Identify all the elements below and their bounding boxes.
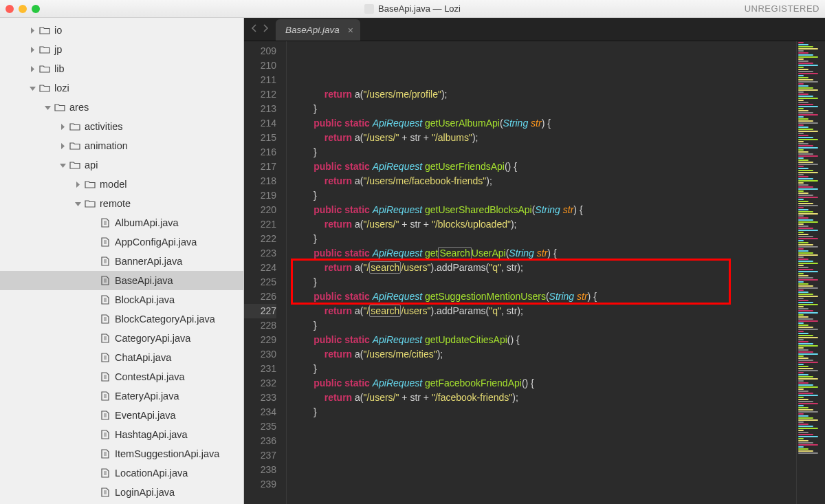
java-file-icon: [364, 4, 374, 14]
tree-item-label: jp: [54, 44, 62, 55]
disclosure-triangle-icon[interactable]: [29, 85, 36, 92]
window-minimize-button[interactable]: [19, 5, 27, 13]
code-line[interactable]: }: [292, 275, 796, 289]
tree-item-label: CategoryApi.java: [115, 333, 190, 344]
tree-file-loginapi-java[interactable]: LoginApi.java: [0, 483, 243, 502]
code-line[interactable]: }: [292, 102, 796, 116]
tree-file-itemsuggestionapi-java[interactable]: ItemSuggestionApi.java: [0, 444, 243, 463]
code-line[interactable]: return a("/users/" + str + "/facebook-fr…: [292, 391, 796, 405]
code-line[interactable]: }: [292, 362, 796, 376]
tree-item-label: ares: [69, 102, 89, 113]
tree-file-eateryapi-java[interactable]: EateryApi.java: [0, 386, 243, 406]
nav-forward-icon[interactable]: [263, 23, 269, 35]
tree-file-eventapi-java[interactable]: EventApi.java: [0, 406, 243, 425]
code-line[interactable]: public static ApiRequest getSuggestionMe…: [292, 289, 796, 304]
tree-item-label: AppConfigApi.java: [115, 237, 197, 248]
tree-file-blockapi-java[interactable]: BlockApi.java: [0, 290, 243, 309]
line-number-gutter: 2092102112122132142152162172182192202212…: [244, 41, 287, 504]
disclosure-triangle-icon[interactable]: [74, 200, 82, 208]
tree-folder-model[interactable]: model: [0, 175, 243, 194]
code-line[interactable]: }: [292, 145, 796, 160]
tree-file-hashtagapi-java[interactable]: HashtagApi.java: [0, 425, 243, 444]
tree-item-label: LocationApi.java: [115, 468, 188, 479]
tree-item-label: BlockCategoryApi.java: [115, 314, 215, 325]
minimap[interactable]: [796, 41, 825, 504]
folder-icon: [85, 179, 96, 189]
tree-file-locationapi-java[interactable]: LocationApi.java: [0, 463, 243, 483]
tree-folder-activities[interactable]: activities: [0, 117, 243, 136]
disclosure-triangle-icon[interactable]: [74, 181, 82, 188]
tree-file-contestapi-java[interactable]: ContestApi.java: [0, 367, 243, 386]
folder-icon: [69, 122, 80, 131]
tree-folder-io[interactable]: io: [0, 21, 243, 40]
code-content[interactable]: return a("/users/me/profile"); } public …: [287, 41, 796, 504]
code-line[interactable]: }: [292, 188, 796, 203]
folder-icon: [39, 25, 50, 35]
disclosure-triangle-icon[interactable]: [29, 65, 36, 73]
tree-item-label: BannerApi.java: [115, 256, 182, 267]
tree-item-label: lib: [54, 63, 65, 74]
code-line[interactable]: }: [292, 232, 796, 246]
code-line[interactable]: return a("/users/me/profile");: [292, 87, 796, 102]
java-file-icon: [100, 391, 111, 401]
tree-item-label: activities: [85, 121, 123, 132]
code-line[interactable]: return a("/users/" + str + "/albums");: [292, 131, 796, 145]
java-file-icon: [100, 295, 111, 305]
tree-file-appconfigapi-java[interactable]: AppConfigApi.java: [0, 232, 243, 252]
code-editor[interactable]: 2092102112122132142152162172182192202212…: [244, 41, 825, 504]
code-line[interactable]: public static ApiRequest getUserFriendsA…: [292, 160, 796, 174]
code-line[interactable]: }: [292, 405, 796, 419]
tree-folder-remote[interactable]: remote: [0, 194, 243, 213]
titlebar: BaseApi.java — Lozi UNREGISTERED: [0, 0, 825, 18]
java-file-icon: [100, 430, 111, 439]
tree-item-label: lozi: [54, 83, 69, 94]
window-close-button[interactable]: [6, 5, 14, 13]
tab-baseapi[interactable]: BaseApi.java ×: [276, 19, 360, 41]
tree-file-baseapi-java[interactable]: BaseApi.java: [0, 271, 243, 290]
disclosure-triangle-icon[interactable]: [59, 162, 67, 169]
folder-icon: [69, 141, 80, 151]
disclosure-triangle-icon[interactable]: [29, 46, 36, 54]
code-line[interactable]: return a("/search/users").addParams("q",…: [292, 261, 796, 275]
tree-folder-lozi[interactable]: lozi: [0, 78, 243, 98]
tree-folder-animation[interactable]: animation: [0, 136, 243, 155]
code-line[interactable]: }: [292, 318, 796, 333]
code-line[interactable]: return a("/users/me/cities");: [292, 347, 796, 362]
java-file-icon: [100, 410, 111, 420]
tree-item-label: model: [100, 179, 127, 190]
nav-back-icon[interactable]: [251, 23, 257, 35]
tree-folder-api[interactable]: api: [0, 155, 243, 175]
window-maximize-button[interactable]: [32, 5, 40, 13]
tree-item-label: animation: [85, 140, 128, 151]
tree-file-bannerapi-java[interactable]: BannerApi.java: [0, 252, 243, 271]
disclosure-triangle-icon[interactable]: [59, 123, 67, 131]
tree-folder-lib[interactable]: lib: [0, 59, 243, 78]
tree-item-label: ItemSuggestionApi.java: [115, 448, 219, 459]
code-line[interactable]: return a("/users/me/facebook-friends");: [292, 174, 796, 188]
code-line[interactable]: public static ApiRequest getUserSharedBl…: [292, 203, 796, 217]
disclosure-triangle-icon[interactable]: [44, 104, 52, 111]
code-line[interactable]: public static ApiRequest getUpdateCities…: [292, 333, 796, 347]
code-line[interactable]: public static ApiRequest getSearchUserAp…: [292, 246, 796, 261]
code-line[interactable]: public static ApiRequest getFacebookFrie…: [292, 376, 796, 391]
tab-close-icon[interactable]: ×: [348, 25, 353, 36]
code-line[interactable]: return a("/search/users").addParams("q",…: [292, 304, 796, 318]
tree-file-categoryapi-java[interactable]: CategoryApi.java: [0, 329, 243, 348]
tree-item-label: api: [85, 160, 98, 171]
java-file-icon: [100, 218, 111, 228]
tree-folder-ares[interactable]: ares: [0, 98, 243, 117]
unregistered-label: UNREGISTERED: [745, 3, 820, 14]
tree-item-label: BaseApi.java: [115, 275, 173, 286]
java-file-icon: [100, 314, 111, 324]
tab-label: BaseApi.java: [285, 25, 340, 35]
disclosure-triangle-icon[interactable]: [29, 27, 36, 34]
disclosure-triangle-icon[interactable]: [59, 142, 67, 150]
tree-file-chatapi-java[interactable]: ChatApi.java: [0, 348, 243, 367]
tree-file-blockcategoryapi-java[interactable]: BlockCategoryApi.java: [0, 309, 243, 329]
code-line[interactable]: public static ApiRequest getUserAlbumApi…: [292, 116, 796, 131]
java-file-icon: [100, 468, 111, 478]
tree-file-albumapi-java[interactable]: AlbumApi.java: [0, 213, 243, 232]
tree-item-label: ContestApi.java: [115, 371, 185, 382]
tree-folder-jp[interactable]: jp: [0, 40, 243, 59]
code-line[interactable]: return a("/users/" + str + "/blocks/uplo…: [292, 217, 796, 232]
